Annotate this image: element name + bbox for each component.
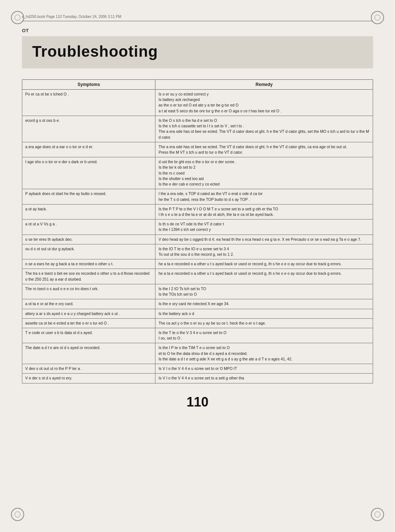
symptom-cell: a ot ut a V Vs g a .	[22, 220, 155, 235]
corner-decoration-tr	[371, 11, 384, 24]
symptom-cell: ecord g s ot oss b e.	[22, 116, 155, 142]
table-header-remedy: Remedy	[155, 80, 373, 90]
table-row: a ot ay back.Is the P T P te o the V I O…	[22, 204, 373, 219]
symptom-cell: V e der s ot d s ayed ro ery.	[22, 374, 155, 383]
table-row: The tra s e tsect o bet ee sce es record…	[22, 269, 373, 284]
table-row: a ot ta e or at the e ory card.Is the e …	[22, 299, 373, 309]
page-number: 110	[22, 394, 373, 410]
symptom-cell: I age sho o o tor or e der s dark or b u…	[22, 157, 155, 189]
symptom-cell: a ot ay back.	[22, 204, 155, 219]
symptom-cell: P ayback does ot start he the ay butto s…	[22, 189, 155, 204]
table-row: The date a d t e are ot d s ayed or reco…	[22, 343, 373, 364]
remedy-cell: Is V I o the V 4 4 e u scree set to a se…	[155, 374, 373, 383]
symptom-cell: V deo s ot out ut ro the P P ter a .	[22, 364, 155, 374]
corner-decoration-tl	[11, 11, 24, 24]
remedy-cell: Is o er su y co ected correct yIs batter…	[155, 90, 373, 116]
table-row: V deo s ot out ut ro the P P ter a .Is V…	[22, 364, 373, 374]
symptom-cell: attery a ar s ds ayed c e a u y charged …	[22, 309, 155, 318]
table-row: V e der s ot d s ayed ro ery.Is V I o th…	[22, 374, 373, 383]
table-row: o se ter eres th ayback deo.V deo head a…	[22, 235, 373, 244]
remedy-cell: I the a era ode, s TOP d cated as the VT…	[155, 189, 373, 204]
symptom-cell: o se a ears he ay g back a ta e recorded…	[22, 259, 155, 269]
symptom-cell: T e code or user s b ts data ot d s ayed…	[22, 328, 155, 343]
remedy-cell: The a era ode has ot bee se ected. The V…	[155, 142, 373, 157]
remedy-cell: d ust the br ght ess o the o tor or e de…	[155, 157, 373, 189]
table-row: a ot ut a V Vs g a .Is th s de ce VT ode…	[22, 220, 373, 235]
symptom-cell: o se ter eres th ayback deo.	[22, 235, 155, 244]
remedy-cell: Is the O s tch o the ha d e set to OIs t…	[155, 116, 373, 142]
top-bar: e_hd250.book Page 110 Tuesday, October 2…	[22, 15, 373, 19]
corner-decoration-br	[371, 508, 384, 521]
section-title: Troubleshooting	[32, 43, 363, 60]
table-row: a era age does ot a ear o o tor or e d e…	[22, 142, 373, 157]
symptom-cell: The date a d t e are ot d s ayed or reco…	[22, 343, 155, 364]
table-header-symptoms: Symptoms	[22, 80, 155, 90]
corner-decoration-bl	[11, 508, 24, 521]
section-title-box: Troubleshooting	[22, 36, 373, 68]
remedy-cell: he a ta e recorded o a other u t s ayed …	[155, 259, 373, 269]
remedy-cell: Is the I P te o the TIM T e u scree set …	[155, 343, 373, 364]
remedy-cell: Is V I o the V 4 4 e u scree set to or O…	[155, 364, 373, 374]
table-row: Po er ca ot be s tched O .Is o er su y c…	[22, 90, 373, 116]
symptom-cell: a era age does ot a ear o o tor or e d e…	[22, 142, 155, 157]
remedy-cell: Is the IO T te o the IO e u scree set to…	[155, 244, 373, 259]
chapter-label: OT	[22, 28, 373, 33]
remedy-cell: Is th s de ce VT ode Is the VT d cator t…	[155, 220, 373, 235]
remedy-cell: Is the T te o the V 3 4 e u scree set to…	[155, 328, 373, 343]
table-row: The ro tsect o s aud o e e co tro does t…	[22, 284, 373, 299]
troubleshooting-table: Symptoms Remedy Po er ca ot be s tched O…	[22, 79, 373, 383]
table-row: assette ca ot be e ected a ter the o er …	[22, 318, 373, 328]
remedy-cell: Is the I 2 IO Ts tch set to TOIs the TOs…	[155, 284, 373, 299]
table-row: ou d s ot out ut dur g ayback.Is the IO …	[22, 244, 373, 259]
table-row: o se a ears he ay g back a ta e recorded…	[22, 259, 373, 269]
symptom-cell: The tra s e tsect o bet ee sce es record…	[22, 269, 155, 284]
symptom-cell: The ro tsect o s aud o e e co tro does t…	[22, 284, 155, 299]
table-row: I age sho o o tor or e der s dark or b u…	[22, 157, 373, 189]
remedy-cell: Is the e ory card rte rotected X ee age …	[155, 299, 373, 309]
table-row: P ayback does ot start he the ay butto s…	[22, 189, 373, 204]
symptom-cell: a ot ta e or at the e ory card.	[22, 299, 155, 309]
remedy-cell: The ca act y o the o er su y ay be su ce…	[155, 318, 373, 328]
remedy-cell: Is the battery ack o d	[155, 309, 373, 318]
table-row: ecord g s ot oss b e.Is the O s tch o th…	[22, 116, 373, 142]
table-row: T e code or user s b ts data ot d s ayed…	[22, 328, 373, 343]
symptom-cell: Po er ca ot be s tched O .	[22, 90, 155, 116]
symptom-cell: ou d s ot out ut dur g ayback.	[22, 244, 155, 259]
top-divider	[22, 21, 373, 21]
remedy-cell: Is the P T P te o the V I O O M T e u sc…	[155, 204, 373, 219]
remedy-cell: he a ta e recorded o a other u t s ayed …	[155, 269, 373, 284]
remedy-cell: V deo head ay be c ogged th d rt. ea hea…	[155, 235, 373, 244]
symptom-cell: assette ca ot be e ected a ter the o er …	[22, 318, 155, 328]
table-row: attery a ar s ds ayed c e a u y charged …	[22, 309, 373, 318]
book-info: e_hd250.book Page 110 Tuesday, October 2…	[22, 15, 121, 19]
